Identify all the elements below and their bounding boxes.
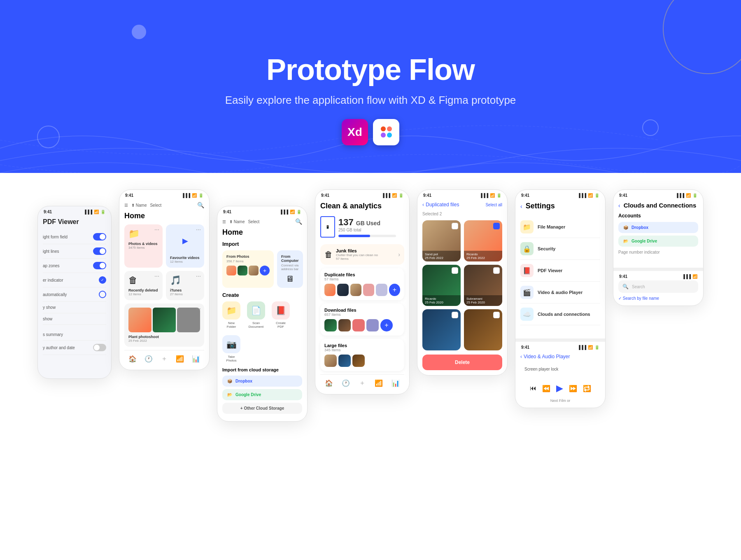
video-back-btn[interactable]: ‹ Video & Audio Player <box>520 354 570 359</box>
import-select-label[interactable]: Select <box>248 219 259 224</box>
duplicate-files-section[interactable]: Duplicate files 57 Items + <box>320 268 404 300</box>
settings-header: ‹ Settings <box>520 199 600 216</box>
pdf-title: PDF Viewer <box>43 216 106 230</box>
repeat-btn[interactable]: 🔁 <box>583 385 591 392</box>
clouds-title: Clouds and Connections <box>624 202 697 209</box>
summary-row-2: y author and date <box>43 341 106 355</box>
toggle-zones[interactable] <box>93 262 106 269</box>
toggle-row-1: ight form field <box>43 230 106 244</box>
delete-button[interactable]: Delete <box>422 355 502 370</box>
dup-photo-ricardo2[interactable]: Ricardo 25 Feb 2020 <box>422 265 461 306</box>
dup-photo-5[interactable] <box>422 309 461 350</box>
clean-nav-home[interactable]: 🏠 <box>325 379 333 387</box>
search-content: 🔍 Search ✓ Search by file name <box>613 280 703 306</box>
import-menu-icon[interactable]: ☰ <box>222 219 226 224</box>
hero-title: Prototype Flow <box>266 53 475 86</box>
forward-btn[interactable]: ⏩ <box>569 385 577 392</box>
phone-pdf-viewer: 9:41 ▐▐▐ 📶 🔋 PDF Viewer ight form field … <box>37 206 112 379</box>
clean-nav-wifi[interactable]: 📶 <box>375 379 383 387</box>
storage-total: 250 GB total <box>338 228 396 232</box>
phone-duplicated: 9:41 ▐▐▐📶🔋 ‹ Duplicated files Select all… <box>417 189 508 376</box>
dup-back-btn[interactable]: ‹ Duplicated files <box>422 202 459 208</box>
nav-clock[interactable]: 🕐 <box>144 355 153 363</box>
cloud-other[interactable]: + Other Cloud Storage <box>222 403 302 414</box>
home-content: ☰ ⬆ Name Select 🔍 Home 📁 Photos & videos… <box>119 199 209 370</box>
settings-status-bar: 9:41 ▐▐▐📶🔋 <box>515 190 605 199</box>
summary-row-1: s summary <box>43 329 106 341</box>
dup-header: ‹ Duplicated files Select all <box>422 199 502 212</box>
album-plant[interactable]: Plant photoshoot 25 Feb 2022 ⋯ <box>124 303 204 347</box>
settings-pdf-viewer[interactable]: 📕 PDF Viewer <box>520 260 600 282</box>
nav-home[interactable]: 🏠 <box>128 355 137 363</box>
import-add-btn[interactable]: + <box>260 266 270 275</box>
xd-badge[interactable]: Xd <box>342 119 368 145</box>
create-photos[interactable]: 📷 TakePhotos <box>222 335 240 362</box>
toggle-author-date[interactable] <box>93 344 106 351</box>
show-row-2: show <box>43 313 106 325</box>
search-placeholder[interactable]: Search <box>632 285 694 289</box>
storage-fill <box>338 235 370 237</box>
import-from-computer[interactable]: From Computer Connect via address bar 🖥 <box>277 250 303 288</box>
nav-chart[interactable]: 📊 <box>192 355 200 363</box>
create-pdf[interactable]: 📕 CreatePDF <box>272 301 290 329</box>
import-search-icon[interactable]: 🔍 <box>295 218 302 225</box>
import-sort-icon[interactable]: ⬆ Name <box>229 219 245 224</box>
clouds-back-btn[interactable]: ‹ <box>618 202 620 209</box>
check-auto[interactable] <box>99 291 106 298</box>
phone-home: 9:41 ▐▐▐📶🔋 ☰ ⬆ Name Select 🔍 Home 📁 Phot… <box>119 189 210 370</box>
large-files-section[interactable]: Large files 345 Items <box>320 339 404 371</box>
create-scan[interactable]: 📄 ScanDocument <box>247 301 265 329</box>
create-folder[interactable]: 📁 NewFolder <box>222 301 240 329</box>
select-all-btn[interactable]: Select all <box>485 203 502 207</box>
sort-icon[interactable]: ⬆ Name <box>131 203 147 208</box>
import-from-photos[interactable]: From Photos 356.7 Items + <box>222 250 274 288</box>
clouds-google-btn[interactable]: 📂 Google Drive <box>618 236 698 247</box>
toggle-form-field[interactable] <box>93 233 106 240</box>
deco-circle-br <box>642 119 659 136</box>
toggle-lines[interactable] <box>93 247 106 255</box>
import-home-title: Home <box>222 228 302 237</box>
dup-photo-6[interactable] <box>464 309 502 350</box>
settings-clouds[interactable]: ☁️ Clouds and connections <box>520 303 600 325</box>
settings-back-btn[interactable]: ‹ <box>520 203 522 210</box>
prev-btn[interactable]: ⏮ <box>530 385 536 392</box>
hero-badges: Xd <box>342 119 399 145</box>
nav-plus[interactable]: ＋ <box>161 355 168 363</box>
clouds-dropbox-btn[interactable]: 📦 Dropbox <box>618 222 698 233</box>
figma-badge[interactable] <box>373 119 399 145</box>
folder-photos[interactable]: 📁 Photos & videos 3475 Items ⋯ <box>124 224 163 268</box>
clean-nav-chart[interactable]: 📊 <box>391 379 400 387</box>
video-section: 9:41 ▐▐▐📶🔋 ‹ Video & Audio Player Screen… <box>515 338 605 408</box>
search-icon[interactable]: 🔍 <box>197 202 204 208</box>
rewind-btn[interactable]: ⏪ <box>542 385 550 392</box>
menu-icon[interactable]: ☰ <box>124 203 128 208</box>
clouds-content: ‹ Clouds and Connections Accounts 📦 Drop… <box>613 199 703 259</box>
settings-security[interactable]: 🔒 Security <box>520 238 600 260</box>
folder-deleted[interactable]: 🗑 Recently deleted 12 Items ⋯ <box>124 271 163 300</box>
folder-itunes[interactable]: 🎵 iTunes 27 Items ⋯ <box>166 271 204 300</box>
check-indicator[interactable]: ✓ <box>99 276 106 284</box>
select-label[interactable]: Select <box>150 203 161 208</box>
toggle-row-2: ight lines <box>43 244 106 259</box>
nav-wifi[interactable]: 📶 <box>176 355 184 363</box>
dup-photo-subramani[interactable]: Subramani 25 Feb 2020 <box>464 265 502 306</box>
dup-content: ‹ Duplicated files Select all Selected 2… <box>417 199 507 375</box>
dl-add[interactable]: + <box>380 319 393 331</box>
settings-file-manager[interactable]: 📁 File Manager <box>520 216 600 238</box>
dup-grid: Sand pot 25 Feb 2022 Ricardo 25 Feb 2022… <box>422 220 502 350</box>
folder-favourite[interactable]: ▶ Favourite videos 12 Items ⋯ <box>166 224 204 268</box>
dup-photo-ricardo1[interactable]: Ricardo 25 Feb 2022 <box>464 220 502 261</box>
cloud-dropbox[interactable]: 📦 Dropbox <box>222 376 302 387</box>
import-cards: From Photos 356.7 Items + From Computer … <box>222 250 302 288</box>
clean-nav-plus[interactable]: ＋ <box>359 379 366 387</box>
clean-nav-clock[interactable]: 🕐 <box>342 379 350 387</box>
dup-add[interactable]: + <box>389 284 400 296</box>
settings-video-player[interactable]: 🎬 Video & audio Player <box>520 282 600 303</box>
search-bar[interactable]: 🔍 Search <box>618 280 698 293</box>
play-btn[interactable]: ▶ <box>556 383 563 394</box>
cloud-google-drive[interactable]: 📂 Google Drive <box>222 389 302 400</box>
junk-files-section[interactable]: 🗑 Junk files Clutter that you can clean … <box>320 244 404 265</box>
video-header: ‹ Video & Audio Player <box>520 351 600 364</box>
download-files-section[interactable]: Download files 657 Items + <box>320 303 404 336</box>
dup-photo-sandpot[interactable]: Sand pot 25 Feb 2022 <box>422 220 461 261</box>
